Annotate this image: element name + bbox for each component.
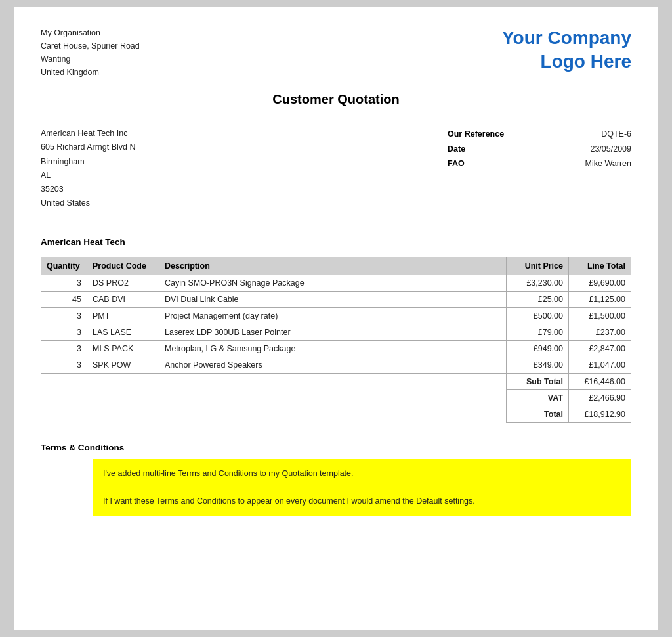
customer-address: American Heat Tech Inc 605 Richard Arrng… xyxy=(41,127,136,211)
table-row: 3 DS PRO2 Cayin SMO-PRO3N Signage Packag… xyxy=(41,275,631,291)
terms-text: I've added multi-line Terms and Conditio… xyxy=(103,467,621,509)
table-footer: Sub Total £16,446.00 VAT £2,466.90 Total… xyxy=(41,373,631,422)
page: My Organisation Caret House, Spurier Roa… xyxy=(14,7,658,630)
subtotal-row: Sub Total £16,446.00 xyxy=(41,373,631,389)
subtotal-label: Sub Total xyxy=(507,373,569,389)
ref-row-reference: Our Reference DQTE-6 xyxy=(448,127,631,142)
cell-desc: Cayin SMO-PRO3N Signage Package xyxy=(159,275,507,291)
table-row: 45 CAB DVI DVI Dual Link Cable £25.00 £1… xyxy=(41,291,631,307)
cell-line-total: £9,690.00 xyxy=(569,275,631,291)
cell-line-total: £1,047.00 xyxy=(569,357,631,373)
terms-title: Terms & Conditions xyxy=(41,443,631,452)
date-value: 23/05/2009 xyxy=(590,142,631,157)
org-name: My Organisation xyxy=(41,26,140,39)
cell-desc: Laserex LDP 300UB Laser Pointer xyxy=(159,324,507,340)
total-label: Total xyxy=(507,406,569,422)
customer-address5: United States xyxy=(41,196,136,210)
cell-code: MLS PACK xyxy=(87,340,159,357)
cell-desc: Anchor Powered Speakers xyxy=(159,357,507,373)
document-title: Customer Quotation xyxy=(41,92,631,107)
cell-unit-price: £79.00 xyxy=(507,324,569,340)
terms-section: Terms & Conditions I've added multi-line… xyxy=(41,443,631,517)
terms-highlight: I've added multi-line Terms and Conditio… xyxy=(93,459,631,517)
cell-code: LAS LASE xyxy=(87,324,159,340)
logo-line1: Your Company xyxy=(502,26,631,50)
cell-code: SPK POW xyxy=(87,357,159,373)
cell-line-total: £2,847.00 xyxy=(569,340,631,357)
fao-value: Mike Warren xyxy=(585,156,631,171)
logo-placeholder: Your Company Logo Here xyxy=(502,26,631,74)
cell-code: PMT xyxy=(87,307,159,324)
table-row: 3 LAS LASE Laserex LDP 300UB Laser Point… xyxy=(41,324,631,340)
cell-code: CAB DVI xyxy=(87,291,159,307)
cell-qty: 3 xyxy=(41,324,87,340)
cell-qty: 3 xyxy=(41,340,87,357)
cell-desc: DVI Dual Link Cable xyxy=(159,291,507,307)
subtotal-value: £16,446.00 xyxy=(569,373,631,389)
reference-table: Our Reference DQTE-6 Date 23/05/2009 FAO… xyxy=(448,127,631,211)
org-address2: Wanting xyxy=(41,53,140,66)
org-address: My Organisation Caret House, Spurier Roa… xyxy=(41,26,140,79)
org-address3: United Kingdom xyxy=(41,66,140,79)
header-quantity: Quantity xyxy=(41,257,87,275)
vat-row: VAT £2,466.90 xyxy=(41,389,631,406)
vat-value: £2,466.90 xyxy=(569,389,631,406)
header-unit-price: Unit Price xyxy=(507,257,569,275)
customer-address4: 35203 xyxy=(41,183,136,196)
total-value: £18,912.90 xyxy=(569,406,631,422)
header: My Organisation Caret House, Spurier Roa… xyxy=(41,26,631,79)
ref-row-date: Date 23/05/2009 xyxy=(448,142,631,157)
cell-qty: 3 xyxy=(41,307,87,324)
cell-qty: 45 xyxy=(41,291,87,307)
cell-unit-price: £3,230.00 xyxy=(507,275,569,291)
cell-unit-price: £500.00 xyxy=(507,307,569,324)
items-table: Quantity Product Code Description Unit P… xyxy=(41,257,631,423)
ref-row-fao: FAO Mike Warren xyxy=(448,156,631,171)
cell-line-total: £237.00 xyxy=(569,324,631,340)
header-line-total: Line Total xyxy=(569,257,631,275)
cell-unit-price: £25.00 xyxy=(507,291,569,307)
customer-address2: Birmingham xyxy=(41,155,136,169)
header-product-code: Product Code xyxy=(87,257,159,275)
table-row: 3 SPK POW Anchor Powered Speakers £349.0… xyxy=(41,357,631,373)
cell-line-total: £1,500.00 xyxy=(569,307,631,324)
header-description: Description xyxy=(159,257,507,275)
date-label: Date xyxy=(448,142,465,157)
cell-unit-price: £949.00 xyxy=(507,340,569,357)
cell-qty: 3 xyxy=(41,275,87,291)
vat-label: VAT xyxy=(507,389,569,406)
table-row: 3 PMT Project Management (day rate) £500… xyxy=(41,307,631,324)
cell-unit-price: £349.00 xyxy=(507,357,569,373)
our-ref-value: DQTE-6 xyxy=(601,127,631,142)
cell-desc: Project Management (day rate) xyxy=(159,307,507,324)
customer-address3: AL xyxy=(41,169,136,183)
fao-label: FAO xyxy=(448,156,465,171)
cell-code: DS PRO2 xyxy=(87,275,159,291)
total-row: Total £18,912.90 xyxy=(41,406,631,422)
table-header-row: Quantity Product Code Description Unit P… xyxy=(41,257,631,275)
org-address1: Caret House, Spurier Road xyxy=(41,39,140,53)
customer-address1: 605 Richard Arrngt Blvd N xyxy=(41,141,136,154)
customer-name: American Heat Tech Inc xyxy=(41,127,136,141)
logo-line2: Logo Here xyxy=(502,50,631,74)
section-title: American Heat Tech xyxy=(41,237,631,247)
cell-qty: 3 xyxy=(41,357,87,373)
customer-section: American Heat Tech Inc 605 Richard Arrng… xyxy=(41,127,631,211)
table-row: 3 MLS PACK Metroplan, LG & Samsung Packa… xyxy=(41,340,631,357)
cell-line-total: £1,125.00 xyxy=(569,291,631,307)
cell-desc: Metroplan, LG & Samsung Package xyxy=(159,340,507,357)
our-ref-label: Our Reference xyxy=(448,127,504,142)
